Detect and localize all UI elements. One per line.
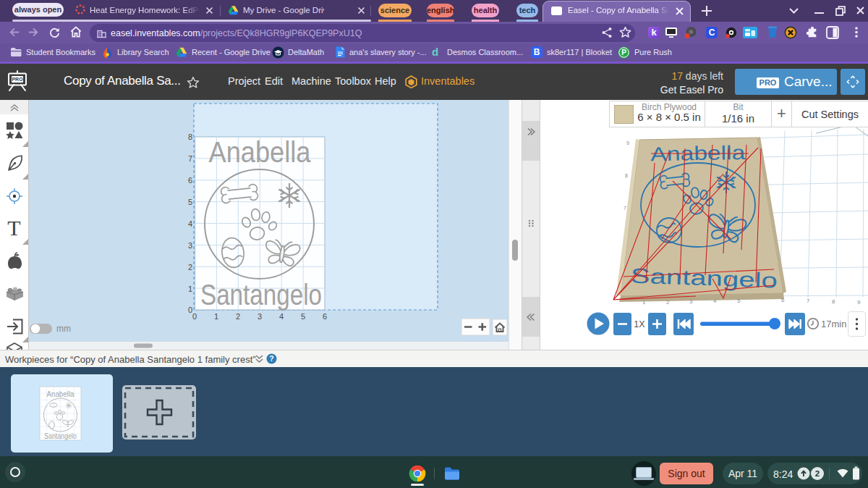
svg-text:6: 6: [781, 297, 785, 303]
svg-text:8: 8: [188, 132, 192, 141]
svg-text:6: 6: [323, 312, 327, 321]
svg-text:2: 2: [188, 263, 192, 272]
svg-text:3: 3: [188, 241, 192, 250]
svg-text:5: 5: [188, 198, 192, 206]
svg-text:4: 4: [713, 298, 717, 304]
svg-text:5: 5: [737, 298, 741, 304]
svg-text:Santangelo: Santangelo: [44, 432, 77, 440]
svg-text:4: 4: [188, 219, 192, 228]
svg-text:6: 6: [188, 176, 192, 185]
svg-text:7: 7: [624, 206, 626, 211]
svg-text:4: 4: [279, 312, 284, 321]
svg-text:0: 0: [192, 312, 197, 321]
svg-text:Anabella: Anabella: [47, 390, 75, 398]
svg-text:1: 1: [188, 285, 192, 293]
svg-text:P: P: [621, 49, 626, 56]
svg-text:8: 8: [625, 173, 628, 178]
svg-text:PRO: PRO: [12, 77, 23, 82]
svg-text:8: 8: [832, 298, 835, 305]
svg-text:2: 2: [666, 299, 670, 306]
svg-text:9: 9: [626, 140, 629, 146]
svg-text:7: 7: [188, 154, 192, 163]
svg-text:Santangelo: Santangelo: [200, 279, 322, 311]
svg-text:7: 7: [807, 298, 810, 304]
svg-text:1: 1: [214, 312, 218, 321]
svg-text:17min: 17min: [821, 319, 846, 329]
svg-text:mm: mm: [56, 324, 71, 334]
svg-text:9: 9: [857, 299, 861, 306]
svg-text:1: 1: [642, 299, 646, 306]
svg-text:3: 3: [689, 298, 693, 305]
svg-text:Anabella: Anabella: [209, 136, 312, 168]
svg-text:?: ?: [269, 354, 273, 363]
svg-text:3: 3: [258, 312, 262, 321]
svg-text:1X: 1X: [634, 319, 645, 329]
svg-text:2: 2: [236, 312, 240, 321]
svg-text:5: 5: [301, 312, 305, 321]
